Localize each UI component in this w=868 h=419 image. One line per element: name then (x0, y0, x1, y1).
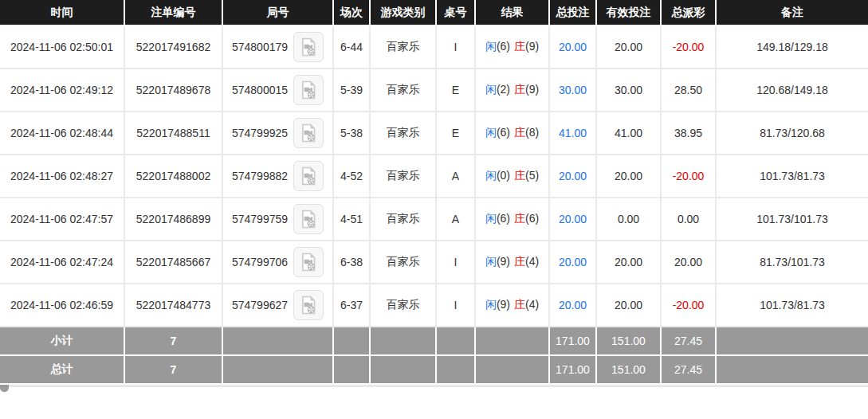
time-value: 2024-11-06 02:48:27 (10, 170, 113, 182)
video-replay-icon (298, 80, 319, 100)
cell-bet-id: 522017491682 (125, 26, 223, 69)
cell-valid-bet: 20.00 (597, 241, 662, 284)
result-banker-value: (8) (525, 126, 539, 139)
cell-remark: 149.18/129.18 (717, 26, 868, 69)
session-value: 6-44 (340, 41, 363, 53)
cell-game-type: 百家乐 (371, 69, 437, 112)
cell-result: 闲(6)庄(9) (476, 26, 550, 69)
session-value: 6-37 (340, 299, 363, 311)
cell-round-id: 574800015 (223, 69, 334, 112)
table-row: 2024-11-06 02:48:27 522017488002 5747998… (0, 155, 868, 198)
cell-round-id: 574799759 (223, 198, 334, 241)
cell-result: 闲(6)庄(8) (476, 112, 550, 155)
cell-payout: 38.95 (662, 112, 717, 155)
total-bet-value: 20.00 (559, 170, 587, 182)
remark-value: 81.73/120.68 (760, 127, 825, 139)
remark-value: 81.73/101.73 (760, 256, 825, 268)
total-bet-value: 41.00 (559, 127, 587, 139)
cell-remark: 81.73/101.73 (717, 241, 868, 284)
cell-table-no: I (437, 26, 476, 69)
remark-value: 149.18/129.18 (756, 41, 828, 53)
remark-value: 120.68/149.18 (756, 84, 828, 96)
game-type-value: 百家乐 (387, 40, 420, 53)
cell-result: 闲(2)庄(9) (476, 69, 550, 112)
valid-bet-value: 20.00 (615, 41, 642, 53)
cell-game-type: 百家乐 (371, 26, 437, 69)
col-header-payout: 总派彩 (662, 0, 717, 26)
cell-remark: 101.73/81.73 (717, 155, 868, 198)
valid-bet-value: 0.00 (618, 213, 639, 225)
cell-session: 6-38 (334, 241, 371, 284)
result-player-label: 闲 (485, 40, 497, 53)
cell-total-bet: 20.00 (550, 155, 597, 198)
video-replay-button[interactable] (293, 247, 324, 277)
total-bet-value: 30.00 (559, 84, 587, 96)
result-player-value: (6) (497, 40, 510, 53)
subtotal-total-bet: 171.00 (550, 327, 597, 356)
result-player-label: 闲 (485, 83, 497, 96)
video-replay-button[interactable] (293, 161, 324, 191)
bet-id-value: 522017489678 (136, 84, 210, 96)
subtotal-empty-result (476, 327, 550, 356)
table-no-value: I (454, 41, 458, 53)
round-id-value: 574799882 (232, 170, 288, 182)
result-banker-label: 庄 (514, 169, 525, 182)
subtotal-empty-round (223, 327, 334, 356)
result-player-value: (0) (497, 169, 510, 182)
video-replay-icon (298, 252, 319, 272)
cell-bet-id: 522017488511 (125, 112, 223, 155)
bet-id-value: 522017485667 (136, 256, 210, 268)
bet-history-page: 时间 注单编号 局号 场次 游戏类别 桌号 结果 总投注 有效投注 总派彩 备注… (0, 0, 868, 387)
col-header-time: 时间 (0, 0, 125, 26)
col-header-bet-id: 注单编号 (125, 0, 223, 26)
payout-value: -20.00 (673, 41, 705, 53)
time-value: 2024-11-06 02:46:59 (10, 299, 113, 311)
cell-round-id: 574800179 (223, 26, 334, 69)
game-type-value: 百家乐 (387, 212, 420, 225)
result-banker-label: 庄 (514, 83, 525, 96)
corner-notch (0, 385, 9, 392)
cell-time: 2024-11-06 02:50:01 (0, 26, 125, 69)
table-no-value: A (452, 170, 459, 182)
cell-session: 6-37 (334, 284, 371, 327)
cell-total-bet: 20.00 (550, 284, 597, 327)
cell-valid-bet: 20.00 (597, 155, 662, 198)
subtotal-empty-session (334, 327, 371, 356)
video-replay-button[interactable] (293, 75, 324, 105)
video-replay-icon (298, 209, 319, 229)
video-replay-button[interactable] (293, 290, 324, 320)
total-label: 总计 (0, 356, 125, 385)
result-player-value: (9) (497, 298, 510, 311)
video-replay-button[interactable] (293, 118, 324, 148)
cell-game-type: 百家乐 (371, 198, 437, 241)
subtotal-row: 小计 7 171.00 151.00 27.45 (0, 327, 868, 356)
time-value: 2024-11-06 02:49:12 (10, 84, 113, 96)
col-header-total-bet: 总投注 (550, 0, 597, 26)
cell-round-id: 574799627 (223, 284, 334, 327)
result-banker-value: (4) (525, 255, 539, 268)
table-row: 2024-11-06 02:47:24 522017485667 5747997… (0, 241, 868, 284)
cell-valid-bet: 20.00 (597, 284, 662, 327)
cell-bet-id: 522017486899 (125, 198, 223, 241)
table-row: 2024-11-06 02:47:57 522017486899 5747997… (0, 198, 868, 241)
col-header-game-type: 游戏类别 (371, 0, 437, 26)
session-value: 4-52 (340, 170, 363, 182)
cell-session: 6-44 (334, 26, 371, 69)
payout-value: -20.00 (673, 299, 705, 311)
result-player-label: 闲 (485, 126, 497, 139)
cell-bet-id: 522017484773 (125, 284, 223, 327)
subtotal-payout: 27.45 (662, 327, 717, 356)
time-value: 2024-11-06 02:50:01 (10, 41, 113, 53)
video-replay-button[interactable] (293, 32, 324, 62)
game-type-value: 百家乐 (387, 298, 420, 311)
video-replay-button[interactable] (293, 204, 324, 234)
cell-result: 闲(0)庄(5) (476, 155, 550, 198)
cell-remark: 101.73/101.73 (717, 198, 868, 241)
result-banker-label: 庄 (514, 126, 525, 139)
cell-table-no: E (437, 69, 476, 112)
table-row: 2024-11-06 02:48:44 522017488511 5747999… (0, 112, 868, 155)
bet-history-table: 时间 注单编号 局号 场次 游戏类别 桌号 结果 总投注 有效投注 总派彩 备注… (0, 0, 868, 385)
total-bet-value: 20.00 (559, 41, 587, 53)
payout-value: 28.50 (674, 84, 702, 96)
cell-valid-bet: 20.00 (597, 26, 662, 69)
